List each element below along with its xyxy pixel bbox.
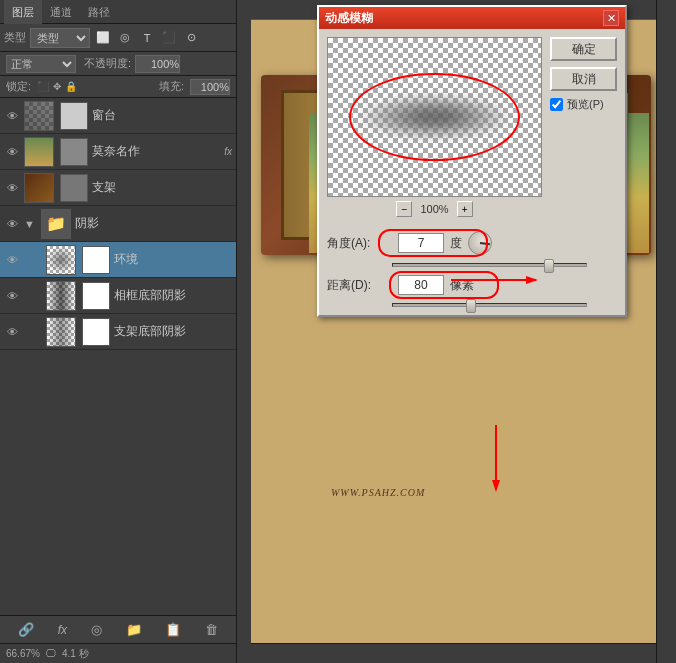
dialog-close-button[interactable]: ✕ xyxy=(603,10,619,26)
zoom-out-button[interactable]: − xyxy=(396,201,412,217)
thumb-环境 xyxy=(46,245,76,275)
watermark-small: WWW.PSAHZ.COM xyxy=(331,487,425,498)
opacity-input[interactable] xyxy=(135,55,180,73)
layer-name-相框底部阴影: 相框底部阴影 xyxy=(114,287,232,304)
eye-icon-阴影[interactable]: 👁 xyxy=(4,216,20,232)
distance-label: 距离(D): xyxy=(327,277,392,294)
preview-zoom-controls: − 100% + xyxy=(327,201,542,217)
mask-thumb-窗台 xyxy=(60,102,88,130)
dialog-preview: − 100% + xyxy=(327,37,542,217)
link-icon[interactable]: 🔗 xyxy=(18,622,34,637)
eye-icon-支架[interactable]: 👁 xyxy=(4,180,20,196)
thumb-支架底部阴影 xyxy=(46,317,76,347)
group-expand-icon[interactable]: ▼ xyxy=(24,218,35,230)
mask-thumb-莫奈名作 xyxy=(60,138,88,166)
distance-slider-thumb xyxy=(466,299,476,313)
eye-icon-相框底部阴影[interactable]: 👁 xyxy=(4,288,20,304)
type-select[interactable]: 类型 xyxy=(30,28,90,48)
bottom-ruler xyxy=(251,643,656,663)
layer-name-环境: 环境 xyxy=(114,251,232,268)
thumb-支架 xyxy=(24,173,54,203)
mask-thumb-支架 xyxy=(60,174,88,202)
status-icon: 🖵 xyxy=(46,648,56,659)
lock-position-icon[interactable]: ✥ xyxy=(53,81,61,92)
text-icon[interactable]: T xyxy=(138,29,156,47)
eye-icon-莫奈名作[interactable]: 👁 xyxy=(4,144,20,160)
zoom-display: 66.67% xyxy=(6,648,40,659)
thumb-窗台 xyxy=(24,101,54,131)
distance-slider-row xyxy=(327,303,617,307)
dialog-body: − 100% + 确定 取消 预览(P) xyxy=(319,29,625,225)
preview-checkbox-row: 预览(P) xyxy=(550,97,617,112)
fill-label: 填充: xyxy=(159,79,184,94)
layer-name-窗台: 窗台 xyxy=(92,107,232,124)
status-bar: 66.67% 🖵 4.1 秒 xyxy=(0,643,236,663)
thumb-阴影: 📁 xyxy=(41,209,71,239)
adjustment-icon[interactable]: ◎ xyxy=(116,29,134,47)
fill-input[interactable] xyxy=(190,79,230,95)
dialog-title: 动感模糊 xyxy=(325,10,373,27)
lock-pixels-icon[interactable]: ⬛ xyxy=(37,81,49,92)
layer-item-支架[interactable]: 👁 支架 xyxy=(0,170,236,206)
new-adjustment-icon[interactable]: ◎ xyxy=(91,622,102,637)
layers-toolbar: 类型 类型 ⬜ ◎ T ⬛ ⊙ xyxy=(0,24,236,52)
annotation-arrow-right xyxy=(446,265,546,295)
mask-thumb-支架底部阴影 xyxy=(82,318,110,346)
mask-thumb-相框底部阴影 xyxy=(82,282,110,310)
angle-label: 角度(A): xyxy=(327,235,392,252)
cancel-button[interactable]: 取消 xyxy=(550,67,617,91)
blend-opacity-row: 正常 不透明度: xyxy=(0,52,236,76)
lock-all-icon[interactable]: 🔒 xyxy=(65,81,77,92)
ok-button[interactable]: 确定 xyxy=(550,37,617,61)
left-ruler xyxy=(237,0,251,663)
preview-checkbox-label: 预览(P) xyxy=(567,97,604,112)
thumb-相框底部阴影 xyxy=(46,281,76,311)
dialog-titlebar[interactable]: 动感模糊 ✕ xyxy=(319,7,625,29)
main-container: 图层 通道 路径 类型 类型 ⬜ ◎ T ⬛ ⊙ 正常 不透明度: 锁定: xyxy=(0,0,676,663)
lock-fill-row: 锁定: ⬛ ✥ 🔒 填充: xyxy=(0,76,236,98)
new-group-icon[interactable]: 📁 xyxy=(126,622,142,637)
layer-item-窗台[interactable]: 👁 窗台 xyxy=(0,98,236,134)
right-ruler xyxy=(656,0,676,663)
dialog-sidebar: 确定 取消 预览(P) xyxy=(550,37,617,217)
preview-canvas xyxy=(327,37,542,197)
lock-label: 锁定: xyxy=(6,79,31,94)
eye-icon-支架底部阴影[interactable]: 👁 xyxy=(4,324,20,340)
distance-input[interactable] xyxy=(398,275,444,295)
annotation-arrow-down xyxy=(481,420,511,500)
time-display: 4.1 秒 xyxy=(62,647,89,661)
delete-icon[interactable]: 🗑 xyxy=(205,622,218,637)
angle-control-row: 角度(A): 度 xyxy=(327,231,617,255)
layer-name-支架: 支架 xyxy=(92,179,232,196)
layer-item-相框底部阴影[interactable]: 👁 相框底部阴影 xyxy=(0,278,236,314)
eye-icon-窗台[interactable]: 👁 xyxy=(4,108,20,124)
angle-dial[interactable] xyxy=(468,231,492,255)
tab-paths[interactable]: 路径 xyxy=(80,0,118,24)
angle-unit: 度 xyxy=(450,235,462,252)
preview-checkbox[interactable] xyxy=(550,98,563,111)
tab-channels[interactable]: 通道 xyxy=(42,0,80,24)
layer-item-支架底部阴影[interactable]: 👁 支架底部阴影 xyxy=(0,314,236,350)
angle-indicator xyxy=(480,242,490,245)
layer-item-莫奈名作[interactable]: 👁 莫奈名作 fx xyxy=(0,134,236,170)
new-layer-icon[interactable]: 📋 xyxy=(165,622,181,637)
layers-bottom-toolbar: 🔗 fx ◎ 📁 📋 🗑 xyxy=(0,615,236,643)
fx-badge-莫奈名作: fx xyxy=(224,146,232,157)
distance-slider[interactable] xyxy=(392,303,587,307)
angle-input[interactable] xyxy=(398,233,444,253)
layer-item-阴影[interactable]: 👁 ▼ 📁 阴影 xyxy=(0,206,236,242)
zoom-value: 100% xyxy=(420,203,448,215)
pixel-icon[interactable]: ⬜ xyxy=(94,29,112,47)
fx-icon[interactable]: fx xyxy=(58,623,67,637)
eye-icon-环境[interactable]: 👁 xyxy=(4,252,20,268)
zoom-in-button[interactable]: + xyxy=(457,201,473,217)
layer-item-环境[interactable]: 👁 环境 xyxy=(0,242,236,278)
thumb-莫奈名作 xyxy=(24,137,54,167)
layers-list: 👁 窗台 👁 莫奈名作 fx 👁 xyxy=(0,98,236,615)
tab-layers[interactable]: 图层 xyxy=(4,0,42,24)
shape-icon[interactable]: ⬛ xyxy=(160,29,178,47)
blend-mode-select[interactable]: 正常 xyxy=(6,55,76,73)
left-panel: 图层 通道 路径 类型 类型 ⬜ ◎ T ⬛ ⊙ 正常 不透明度: 锁定: xyxy=(0,0,237,663)
right-area: 1000 1050 WWW.PSAHZ.COM WWW. xyxy=(237,0,676,663)
smart-icon[interactable]: ⊙ xyxy=(182,29,200,47)
